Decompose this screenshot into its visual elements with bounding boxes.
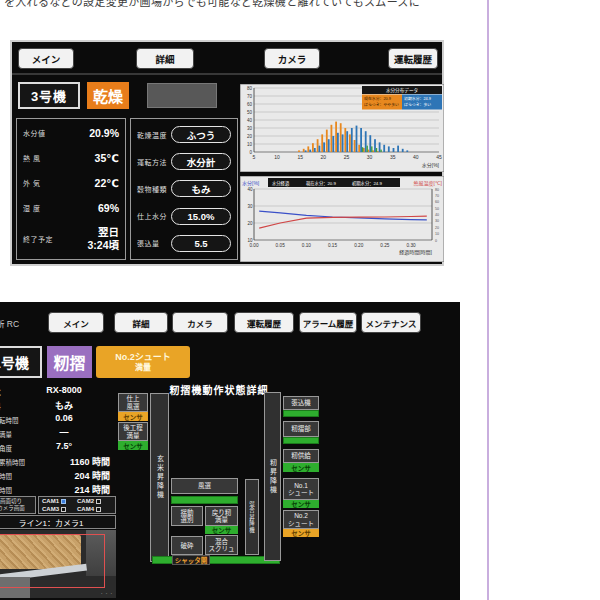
setting-value-pill: ふつう <box>171 126 231 143</box>
diagram-hulling-bar <box>283 437 319 444</box>
svg-text:水分分布データ: 水分分布データ <box>386 87 418 94</box>
svg-text:80: 80 <box>435 188 439 192</box>
moisture-distribution-chart: 0102030405060708051015202530354045水分[%]水… <box>240 84 444 172</box>
measurement-value: 35℃ <box>95 152 119 164</box>
huller-monitor-panel: 所 RC メイン詳細カメラ運転履歴アラーム履歴メンテナンス 1号機 籾摺 No.… <box>0 302 460 600</box>
dryer-tab-bar: メイン詳細カメラ運転履歴 <box>12 42 442 75</box>
setting-value-pill: 5.5 <box>171 235 231 252</box>
info-row: 原 料もみ <box>0 398 116 412</box>
svg-text:30: 30 <box>367 154 373 160</box>
info-label: 選別時間 <box>0 485 12 495</box>
measurement-value: 22℃ <box>95 177 119 189</box>
svg-text:水分[%]: 水分[%] <box>422 162 440 169</box>
measurement-row: 熱 風35℃ <box>23 152 119 164</box>
dryer-substate-box <box>147 83 217 108</box>
setting-label: 仕上水分 <box>137 211 167 221</box>
svg-text:10: 10 <box>247 142 253 147</box>
huller-tab-2[interactable]: 詳細 <box>114 312 168 333</box>
info-value: 7.5° <box>12 441 116 451</box>
diagram-return-paddy-full: 戻り籾 満量 <box>205 506 238 526</box>
cam-checkbox-cam4[interactable] <box>96 507 101 512</box>
svg-text:0.05: 0.05 <box>276 243 286 248</box>
svg-text:ばらつき：多い: ばらつき：多い <box>404 102 431 107</box>
info-value: 1160 時間 <box>12 455 116 468</box>
svg-text:ばらつき：やや多い: ばらつき：やや多い <box>364 102 399 107</box>
camera-feed-image: · · · <box>0 530 116 598</box>
moisture-trend-chart: 水分[%]水分経過現在水分：20.9初期水分：24.9熱風温度[℃]102030… <box>240 176 444 262</box>
svg-text:40: 40 <box>413 154 419 160</box>
cam-label: CAM3 <box>42 506 59 512</box>
setting-value-pill: もみ <box>171 180 231 197</box>
dryer-settings-box: 乾燥温度ふつう運転方法水分計穀物種類もみ仕上水分15.0%張込量5.5 <box>130 118 238 260</box>
diagram-post-process-full: 後工程 満量 <box>118 422 148 441</box>
diagram-no2-sensor: センサ <box>283 529 319 537</box>
svg-text:10: 10 <box>435 232 439 236</box>
diagram-paddy-supply: 籾供給 <box>283 449 319 463</box>
cam-checkbox-cam3[interactable] <box>61 507 66 512</box>
info-row: 籾摺時間204 時間 <box>0 468 116 482</box>
measurement-label: 湿 度 <box>23 203 40 213</box>
huller-tab-3[interactable]: カメラ <box>172 312 228 333</box>
measurement-row: 湿 度69% <box>23 202 119 214</box>
diagram-loading-bar <box>283 410 319 417</box>
svg-text:0.30: 0.30 <box>406 243 416 248</box>
svg-text:経過時間[時間]: 経過時間[時間] <box>399 249 432 256</box>
dryer-tab-3[interactable]: カメラ <box>264 48 320 69</box>
svg-text:80: 80 <box>247 86 253 91</box>
site-label: 所 RC <box>0 317 19 329</box>
alert-line2: 満量 <box>135 363 151 373</box>
huller-tab-6[interactable]: メンテナンス <box>361 312 421 333</box>
moisture-trend-svg: 水分[%]水分経過現在水分：20.9初期水分：24.9熱風温度[℃]102030… <box>240 176 444 262</box>
svg-text:0.25: 0.25 <box>380 243 390 248</box>
diagram-no1-sensor: センサ <box>283 500 319 508</box>
diagram-shaking-sorter: 揺動 選別 <box>171 506 203 526</box>
huller-tab-4[interactable]: 運転履歴 <box>234 312 294 333</box>
measurement-label: 外 気 <box>23 178 40 188</box>
diagram-paddy-supply-sensor: センサ <box>283 463 319 472</box>
dryer-tab-1[interactable]: メイン <box>18 48 74 69</box>
info-value: ― <box>12 427 116 437</box>
setting-row: 張込量5.5 <box>137 235 231 252</box>
setting-label: 穀物種類 <box>137 184 167 194</box>
info-row: 玄米満量― <box>0 426 116 440</box>
setting-row: 仕上水分15.0% <box>137 208 231 225</box>
cam-checkbox-cam2[interactable] <box>96 499 101 504</box>
dryer-state-badge: 乾燥 <box>87 82 129 109</box>
diagram-return-paddy-sensor: センサ <box>205 526 238 534</box>
svg-text:20: 20 <box>247 221 253 226</box>
setting-row: 穀物種類もみ <box>137 180 231 197</box>
camera-line-label: ライン1：カメラ1 <box>0 515 116 529</box>
svg-text:0: 0 <box>435 239 437 243</box>
svg-text:0.00: 0.00 <box>249 243 259 248</box>
svg-text:50: 50 <box>435 207 439 211</box>
page-caption: を入れるなどの設定変更が圃場からでも可能など乾燥機と離れていてもスムーズに <box>4 0 420 9</box>
cam-label: CAM4 <box>77 506 94 512</box>
svg-text:40: 40 <box>435 213 439 217</box>
cam-checkbox-cam1[interactable] <box>61 499 66 504</box>
dryer-monitor-panel: メイン詳細カメラ運転履歴 3号機 乾燥 水分値20.9%熱 風35℃外 気22℃… <box>10 40 444 266</box>
dryer-tab-2[interactable]: 詳細 <box>136 48 194 69</box>
info-value: 204 時間 <box>12 469 116 482</box>
cam-option: CAM4 <box>77 506 112 512</box>
huller-tab-1[interactable]: メイン <box>48 312 104 333</box>
info-row: 揺動角度7.5° <box>0 440 116 454</box>
cam-label: CAM2 <box>77 498 94 504</box>
svg-text:初期水分：24.9: 初期水分：24.9 <box>404 96 431 101</box>
huller-tab-5[interactable]: アラーム履歴 <box>299 312 357 333</box>
svg-text:0.10: 0.10 <box>302 243 312 248</box>
svg-text:水分経過: 水分経過 <box>272 180 290 187</box>
measurement-value: 翌日 3:24頃 <box>87 226 119 250</box>
camera-switch-cell[interactable]: 画面切り カメラ画面 <box>0 496 36 514</box>
measurement-row: 水分値20.9% <box>23 127 119 139</box>
info-value: 214 時間 <box>12 483 116 496</box>
diagram-brown-rice-elevator: 玄米昇降機 <box>150 393 169 562</box>
svg-text:40: 40 <box>247 118 253 123</box>
svg-text:20: 20 <box>435 226 439 230</box>
info-label: 型 式 <box>0 387 1 397</box>
cam-option: CAM1 <box>42 498 77 504</box>
dryer-tab-4[interactable]: 運転履歴 <box>388 48 438 69</box>
camera-select-grid: CAM1CAM2CAM3CAM4 <box>38 496 116 514</box>
chute-full-alert-button[interactable]: No.2シュート 満量 <box>96 346 190 378</box>
camera-switch-line1: 画面切り <box>0 498 22 505</box>
svg-text:現在水分：20.9: 現在水分：20.9 <box>306 180 336 187</box>
